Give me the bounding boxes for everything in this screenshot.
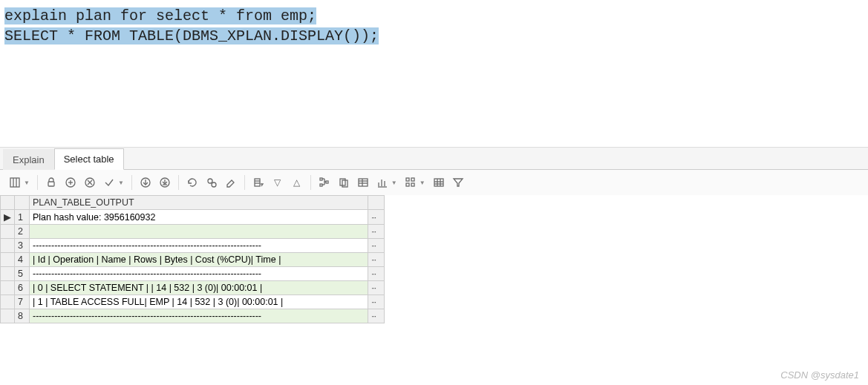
ellipsis-button[interactable]: ··· — [368, 225, 385, 239]
row-marker — [1, 267, 15, 281]
refresh-icon[interactable] — [183, 174, 201, 191]
svg-marker-47 — [454, 179, 463, 186]
dropdown-arrow-icon[interactable]: ▼ — [118, 180, 124, 186]
table-row[interactable]: 2··· — [1, 225, 385, 239]
row-number: 8 — [15, 309, 30, 323]
table-row[interactable]: 6| 0 | SELECT STATEMENT | | 14 | 532 | 3… — [1, 281, 385, 295]
svg-rect-30 — [359, 179, 368, 186]
expand-icon[interactable]: △ — [288, 174, 306, 191]
row-marker — [1, 225, 15, 239]
ellipsis-button[interactable]: ··· — [368, 309, 385, 323]
export-icon[interactable] — [249, 174, 267, 191]
dropdown-arrow-icon[interactable]: ▼ — [391, 180, 397, 186]
more-header — [368, 196, 385, 210]
row-number: 6 — [15, 281, 30, 295]
fetch-all-icon[interactable] — [156, 174, 174, 191]
search-icon[interactable] — [203, 174, 221, 191]
fetch-next-icon[interactable] — [137, 174, 154, 191]
cell-plan-output[interactable]: Plan hash value: 3956160932 — [30, 210, 368, 225]
svg-rect-21 — [320, 178, 322, 180]
ellipsis-button[interactable]: ··· — [368, 253, 385, 267]
sql-editor[interactable]: explain plan for select * from emp; SELE… — [0, 0, 868, 141]
row-marker — [1, 281, 15, 295]
lock-icon[interactable] — [42, 174, 60, 191]
ellipsis-button[interactable]: ··· — [368, 295, 385, 309]
row-number: 5 — [15, 267, 30, 281]
row-number: 4 — [15, 253, 30, 267]
cell-plan-output[interactable]: ----------------------------------------… — [30, 309, 368, 323]
svg-rect-41 — [411, 183, 414, 186]
dropdown-arrow-icon[interactable]: ▼ — [24, 180, 30, 186]
svg-rect-3 — [48, 182, 54, 186]
table-row[interactable]: 3---------------------------------------… — [1, 239, 385, 253]
fit-columns-icon[interactable] — [6, 174, 24, 191]
svg-line-17 — [212, 182, 212, 183]
row-number: 3 — [15, 239, 30, 253]
row-marker: ▶ — [1, 210, 15, 225]
cell-plan-output[interactable]: | 1 | TABLE ACCESS FULL| EMP | 14 | 532 … — [30, 295, 368, 309]
svg-rect-22 — [320, 184, 322, 186]
tab-explain[interactable]: Explain — [3, 149, 54, 170]
tree-view-icon[interactable] — [316, 174, 333, 191]
cell-plan-output[interactable] — [30, 225, 368, 239]
sql-line-1: explain plan for select * from emp; — [4, 7, 316, 24]
row-number: 7 — [15, 295, 30, 309]
separator — [178, 175, 179, 190]
copy-icon[interactable] — [335, 174, 353, 191]
table-row[interactable]: 7| 1 | TABLE ACCESS FULL| EMP | 14 | 532… — [1, 295, 385, 309]
row-marker — [1, 239, 15, 253]
separator — [244, 175, 245, 190]
row-marker — [1, 309, 15, 323]
cell-plan-output[interactable]: ----------------------------------------… — [30, 267, 368, 281]
results-toolbar: ▼ ▼ ▽ △ ▼ — [0, 170, 868, 195]
column-header[interactable]: PLAN_TABLE_OUTPUT — [30, 196, 368, 210]
table-row[interactable]: ▶1Plan hash value: 3956160932··· — [1, 210, 385, 225]
table-row[interactable]: 5---------------------------------------… — [1, 267, 385, 281]
collapse-icon[interactable]: ▽ — [269, 174, 287, 191]
delete-icon[interactable] — [81, 174, 99, 191]
cell-plan-output[interactable]: | 0 | SELECT STATEMENT | | 14 | 532 | 3 … — [30, 281, 368, 295]
row-marker — [1, 295, 15, 309]
table-row[interactable]: 8---------------------------------------… — [1, 309, 385, 323]
chart-icon[interactable] — [373, 174, 391, 191]
svg-rect-42 — [434, 179, 443, 186]
cell-plan-output[interactable]: | Id | Operation | Name | Rows | Bytes |… — [30, 253, 368, 267]
marker-header — [1, 196, 15, 210]
row-marker — [1, 253, 15, 267]
svg-rect-23 — [326, 181, 328, 183]
svg-rect-38 — [406, 178, 409, 181]
svg-rect-39 — [406, 183, 409, 186]
row-number: 2 — [15, 225, 30, 239]
result-tabs: Explain Select table — [0, 148, 868, 170]
sql-line-2: SELECT * FROM TABLE(DBMS_XPLAN.DISPLAY()… — [4, 27, 379, 45]
add-icon[interactable] — [62, 174, 79, 191]
svg-rect-18 — [255, 179, 260, 186]
single-record-icon[interactable] — [354, 174, 372, 191]
cell-plan-output[interactable]: ----------------------------------------… — [30, 239, 368, 253]
ellipsis-button[interactable]: ··· — [368, 267, 385, 281]
rownum-header — [15, 196, 30, 210]
results-grid[interactable]: PLAN_TABLE_OUTPUT ▶1Plan hash value: 395… — [0, 195, 385, 323]
watermark: CSDN @sysdate1 — [780, 369, 859, 381]
eraser-icon[interactable] — [222, 174, 240, 191]
ellipsis-button[interactable]: ··· — [368, 239, 385, 253]
svg-rect-40 — [411, 178, 414, 181]
dropdown-arrow-icon[interactable]: ▼ — [420, 180, 425, 186]
separator — [37, 175, 38, 190]
ellipsis-button[interactable]: ··· — [368, 210, 385, 225]
filter-icon[interactable] — [449, 174, 467, 191]
separator — [310, 175, 311, 190]
row-number: 1 — [15, 210, 30, 225]
svg-rect-0 — [10, 178, 19, 187]
tab-select-table[interactable]: Select table — [54, 148, 124, 170]
commit-icon[interactable] — [100, 174, 118, 191]
grid-icon[interactable] — [430, 174, 448, 191]
separator — [131, 175, 132, 190]
table-row[interactable]: 4| Id | Operation | Name | Rows | Bytes … — [1, 253, 385, 267]
ellipsis-button[interactable]: ··· — [368, 281, 385, 295]
group-icon[interactable] — [402, 174, 420, 191]
